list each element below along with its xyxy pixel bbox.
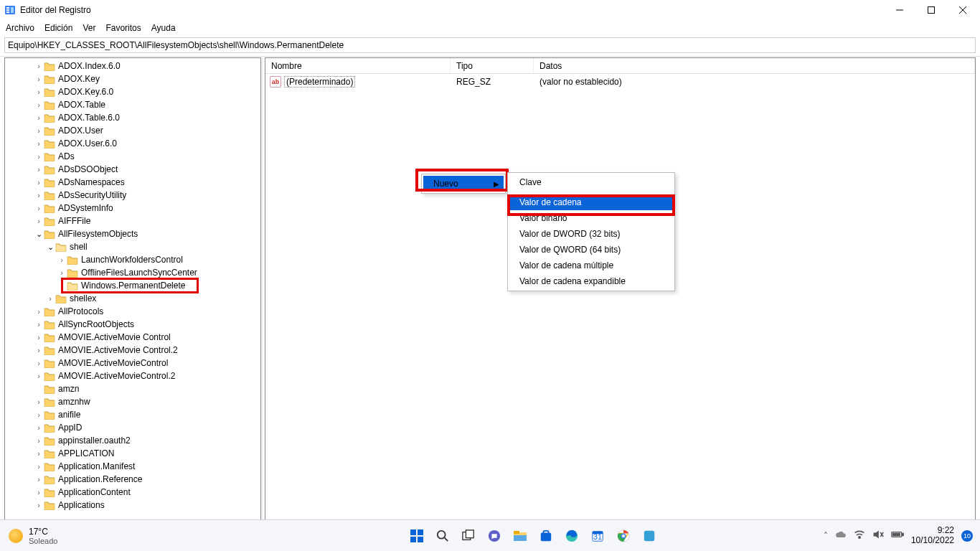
menu-ver[interactable]: Ver [83,23,95,33]
tree-item[interactable]: ›Applications [5,499,260,512]
ctx-item[interactable]: Valor de cadena expandible [509,273,673,289]
tree-item[interactable]: ›appinstaller.oauth2 [5,434,260,447]
tree-item[interactable]: ›AMOVIE.ActiveMovieControl.2 [5,369,260,382]
column-data[interactable]: Datos [534,58,975,73]
column-type[interactable]: Tipo [451,58,534,73]
calendar-icon[interactable]: 31 [588,526,608,546]
tree-item[interactable]: ›AIFFFile [5,215,260,227]
chevron-right-icon[interactable]: › [34,75,44,83]
tree-item[interactable]: ›ADOX.User [5,124,260,137]
app-icon[interactable] [639,526,659,546]
tree-pane[interactable]: ›ADOX.Index.6.0›ADOX.Key›ADOX.Key.6.0›AD… [4,57,261,525]
tree-item[interactable]: ⌄shell [5,240,260,253]
tree-item[interactable]: ›ADsSecurityUtility [5,189,260,202]
chevron-right-icon[interactable]: › [34,153,44,161]
chevron-right-icon[interactable]: › [34,411,44,419]
tree-item[interactable]: ›ADOX.Table.6.0 [5,111,260,124]
chevron-right-icon[interactable]: › [34,450,44,458]
tree-item[interactable]: ›AMOVIE.ActiveMovieControl [5,357,260,369]
ctx-item[interactable]: Clave [509,174,673,190]
chevron-right-icon[interactable]: › [34,140,44,148]
ctx-item[interactable]: Valor binario [509,210,673,226]
chevron-right-icon[interactable]: › [57,269,67,277]
tree-item[interactable]: ›OfflineFilesLaunchSyncCenter [5,266,260,279]
onedrive-icon[interactable] [835,530,847,541]
tree-item[interactable]: ⌄AllFilesystemObjects [5,227,260,240]
tree-item[interactable]: ›APPLICATION [5,447,260,460]
close-button[interactable] [947,0,979,20]
tree-item[interactable]: ›amznhw [5,395,260,408]
menu-ayuda[interactable]: Ayuda [151,23,176,33]
tree-item[interactable]: ›ADOX.User.6.0 [5,137,260,150]
chevron-right-icon[interactable]: › [34,437,44,445]
tree-item[interactable]: ›ApplicationContent [5,486,260,499]
ctx-item[interactable]: Valor de cadena [509,194,673,210]
tree-item[interactable]: ›AMOVIE.ActiveMovie Control [5,331,260,344]
tray-clock[interactable]: 9:22 10/10/2022 [911,526,954,545]
ctx-item-nuevo[interactable]: Nuevo ▶ [423,176,504,192]
tree-item[interactable]: ›AppID [5,421,260,434]
chevron-right-icon[interactable]: › [34,501,44,509]
chevron-right-icon[interactable]: › [34,347,44,354]
volume-icon[interactable] [872,529,884,542]
chevron-right-icon[interactable]: › [34,424,44,432]
tree-item[interactable]: ›ADOX.Index.6.0 [5,60,260,72]
tree-item[interactable]: ›ADOX.Table [5,98,260,111]
chevron-right-icon[interactable]: › [34,192,44,199]
tray-chevron-icon[interactable]: ˄ [824,531,828,541]
edge-icon[interactable] [562,526,582,546]
chevron-right-icon[interactable]: › [45,295,55,303]
tree-item[interactable]: ›Application.Reference [5,473,260,486]
tree-item[interactable]: Windows.PermanentDelete [5,279,260,292]
chrome-icon[interactable] [613,526,633,546]
tree-item[interactable]: ›AllProtocols [5,305,260,318]
chevron-right-icon[interactable]: › [34,398,44,406]
tree-item[interactable]: amzn [5,382,260,395]
menu-favoritos[interactable]: Favoritos [105,23,141,33]
tree-item[interactable]: ›Application.Manifest [5,460,260,473]
chevron-right-icon[interactable]: › [34,204,44,212]
maximize-button[interactable] [915,0,947,20]
start-button[interactable] [407,526,427,546]
tree-item[interactable]: ›ADs [5,150,260,163]
chevron-right-icon[interactable]: › [34,321,44,329]
tree-item[interactable]: ›anifile [5,408,260,421]
task-view-button[interactable] [458,526,479,546]
tree-item[interactable]: ›AMOVIE.ActiveMovie Control.2 [5,344,260,357]
details-pane[interactable]: Nombre Tipo Datos ab (Predeterminado) RE… [265,57,976,525]
chevron-right-icon[interactable]: › [34,62,44,70]
menu-archivo[interactable]: Archivo [6,23,34,33]
tree-item[interactable]: ›LaunchWorkfoldersControl [5,253,260,266]
column-name[interactable]: Nombre [265,58,451,73]
tree-item[interactable]: ›shellex [5,292,260,305]
tree-item[interactable]: ›ADOX.Key.6.0 [5,85,260,98]
search-button[interactable] [433,526,453,546]
tree-item[interactable]: ›ADsDSOObject [5,163,260,176]
tree-item[interactable]: ›AllSyncRootObjects [5,318,260,331]
notifications-button[interactable]: 10 [961,530,973,542]
chat-icon[interactable] [484,526,504,546]
chevron-right-icon[interactable]: › [34,308,44,316]
chevron-right-icon[interactable]: › [34,166,44,174]
menu-edicion[interactable]: Edición [44,23,72,33]
chevron-right-icon[interactable]: › [34,179,44,187]
tree-item[interactable]: ›ADSystemInfo [5,202,260,215]
minimize-button[interactable] [884,0,915,20]
chevron-right-icon[interactable]: › [34,217,44,225]
ctx-item[interactable]: Valor de QWORD (64 bits) [509,242,673,258]
chevron-down-icon[interactable]: ⌄ [45,243,55,251]
chevron-right-icon[interactable]: › [34,127,44,135]
chevron-right-icon[interactable]: › [34,489,44,496]
weather-widget[interactable]: 17°C Soleado [29,527,57,545]
chevron-right-icon[interactable]: › [34,334,44,342]
table-row[interactable]: ab (Predeterminado) REG_SZ (valor no est… [265,74,975,90]
chevron-right-icon[interactable]: › [34,114,44,122]
file-explorer-icon[interactable] [510,526,530,546]
chevron-right-icon[interactable]: › [34,372,44,380]
ctx-item[interactable]: Valor de cadena múltiple [509,258,673,273]
chevron-down-icon[interactable]: ⌄ [34,230,44,238]
tree-item[interactable]: ›ADsNamespaces [5,176,260,189]
address-bar[interactable]: Equipo\HKEY_CLASSES_ROOT\AllFilesystemOb… [4,37,976,53]
battery-icon[interactable] [891,530,904,541]
ctx-item[interactable]: Valor de DWORD (32 bits) [509,226,673,242]
